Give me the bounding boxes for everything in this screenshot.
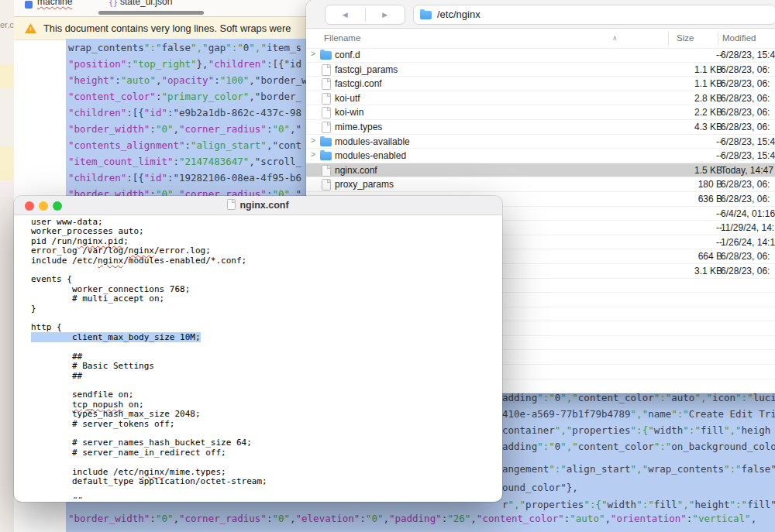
config-line [31, 314, 498, 323]
json-code-bottom-line[interactable]: "border_width":"0","corner_radius":"0","… [68, 510, 756, 527]
path-text: /etc/nginx [437, 9, 480, 20]
braces-icon: {} [108, 0, 118, 7]
file-size: 1.5 KB [694, 165, 722, 176]
json-code-line: "position":"top_right"},"children":[{"id [68, 56, 308, 72]
json-code-line: "item_count_limit":"2147483647","scroll_ [68, 153, 308, 170]
background-partial-text: er.c [0, 20, 14, 29]
forward-button[interactable]: ▶ [366, 5, 405, 24]
column-divider [718, 32, 718, 45]
json-code-line: "contents_alignment":"align_start","cont [68, 137, 308, 153]
config-line [31, 266, 498, 275]
config-line: ## [31, 372, 498, 381]
file-row-conf.d[interactable]: >conf.d--6/28/23, 15:4 [306, 48, 775, 63]
file-icon [322, 165, 331, 177]
json-code-line: container","properties":{"width":"fill",… [502, 422, 770, 438]
folder-icon [320, 138, 332, 146]
config-line: events { [31, 275, 498, 284]
file-icon [322, 64, 331, 76]
config-line: ## [31, 496, 498, 499]
file-size: 2.2 KB [694, 107, 722, 118]
file-size: 3.1 KB [694, 266, 722, 276]
file-type-icon [25, 1, 33, 9]
file-row-fastcgi.conf[interactable]: fastcgi.conf1.1 KB6/28/23, 06: [306, 77, 775, 91]
tab-label: state_ui.json [120, 0, 172, 7]
folder-icon [320, 152, 332, 160]
column-divider [668, 32, 669, 45]
background-highlight-block [0, 65, 14, 88]
column-size[interactable]: Size [677, 33, 694, 43]
json-code-line: "height":"auto","opacity":"100","border_… [68, 72, 308, 88]
file-modified: 6/28/23, 15:4 [721, 150, 775, 161]
background-highlight-block [0, 146, 14, 180]
file-icon [322, 179, 331, 190]
file-row-nginx.conf[interactable]: nginx.conf1.5 KBToday, 14:47 [306, 163, 775, 178]
file-size: 180 B [698, 179, 722, 190]
column-modified[interactable]: Modified [722, 33, 756, 43]
file-name: koi-utf [335, 93, 360, 104]
column-filename[interactable]: Filename [324, 33, 360, 43]
json-code-line: 410e-a569-77b1f79b4789","name":"Create E… [502, 406, 775, 422]
file-modified: 11/29/24, 14: [721, 222, 774, 233]
config-line: include /etc/nginx/modules-enabled/*.con… [31, 256, 498, 266]
file-size: 4.3 KB [694, 122, 722, 132]
file-modified: 6/28/23, 06: [721, 78, 770, 89]
tab-machine[interactable]: machine [25, 0, 98, 16]
file-modified: 6/28/23, 06: [721, 107, 770, 118]
file-name: fastcgi.conf [335, 78, 382, 89]
file-modified: 6/28/23, 06: [721, 122, 770, 132]
file-modified: 1/26/24, 14:1 [721, 237, 775, 248]
file-row-proxy_params[interactable]: proxy_params180 B6/28/23, 06: [306, 177, 775, 192]
config-line: # server_tokens off; [31, 420, 498, 429]
disclosure-chevron-icon[interactable]: > [311, 150, 315, 159]
background-highlight-block [0, 180, 14, 197]
file-icon [322, 93, 331, 105]
config-line: } [31, 304, 498, 314]
config-text-area[interactable]: user www-data;worker_processes auto;pid … [31, 218, 498, 499]
file-row-modules-available[interactable]: >modules-available--6/28/23, 15:4 [306, 135, 775, 149]
json-code-line: "content_color":"primary_color","border_ [68, 88, 308, 105]
file-modified: Today, 14:47 [721, 165, 773, 176]
file-name: mime.types [335, 122, 382, 132]
disclosure-chevron-icon[interactable]: > [311, 136, 315, 145]
file-size: 664 B [698, 251, 722, 262]
config-line: default_type application/octet-stream; [31, 477, 498, 486]
json-code-line: "children":[{"id":"e9b2a1db-862c-437c-98 [68, 105, 308, 121]
file-row-mime.types[interactable]: mime.types4.3 KB6/28/23, 06: [306, 120, 775, 135]
file-size: 636 B [698, 194, 722, 204]
json-code-line: "children":[{"id":"19282106-08ea-4f95-b6 [68, 170, 308, 186]
file-name: proxy_params [335, 179, 394, 190]
file-name: fastcgi_params [335, 64, 398, 75]
config-line: client_max_body_size 10M; [31, 333, 498, 342]
file-size: 1.1 KB [694, 64, 722, 75]
json-code-line: ound_color"}, [502, 479, 578, 496]
disclosure-chevron-icon[interactable]: > [311, 50, 315, 58]
file-modified: 6/28/23, 06: [721, 266, 770, 276]
file-row-koi-utf[interactable]: koi-utf2.8 KB6/28/23, 06: [306, 91, 775, 106]
file-row-fastcgi_params[interactable]: fastcgi_params1.1 KB6/28/23, 06: [306, 63, 775, 77]
file-icon [322, 78, 331, 90]
file-icon [322, 122, 331, 133]
back-button[interactable]: ◀ [326, 5, 365, 24]
config-line: # server_name_in_redirect off; [31, 448, 498, 458]
file-row-koi-win[interactable]: koi-win2.2 KB6/28/23, 06: [306, 105, 775, 120]
json-code-line: adding":"0","content_color":"on_backgrou… [502, 438, 775, 455]
config-line [31, 486, 498, 496]
list-column-header: Filename ∧ Size Modified [306, 29, 775, 49]
nav-buttons: ◀ ▶ [325, 5, 405, 25]
file-name: nginx.conf [335, 165, 377, 176]
json-code-block[interactable]: wrap_contents":"false","gap":"0","item_s… [68, 39, 308, 202]
config-line [31, 342, 498, 352]
config-line: http { [31, 323, 498, 332]
window-title-text: nginx.conf [239, 200, 288, 211]
viewer-title-bar[interactable]: nginx.conf [14, 196, 502, 215]
folder-icon [320, 51, 332, 60]
file-modified: 6/28/23, 15:4 [721, 136, 775, 147]
file-row-modules-enabled[interactable]: >modules-enabled--6/28/23, 15:4 [306, 149, 775, 163]
path-field[interactable]: /etc/nginx [413, 5, 775, 25]
warning-triangle-icon [25, 23, 36, 33]
config-line: types_hash_max_size 2048; [31, 410, 498, 419]
tab-scroll-indicator[interactable] [98, 11, 204, 15]
file-modified: 6/28/23, 06: [721, 93, 770, 104]
background-window-sliver: er.c [0, 0, 14, 532]
sort-ascending-icon[interactable]: ∧ [612, 34, 618, 42]
